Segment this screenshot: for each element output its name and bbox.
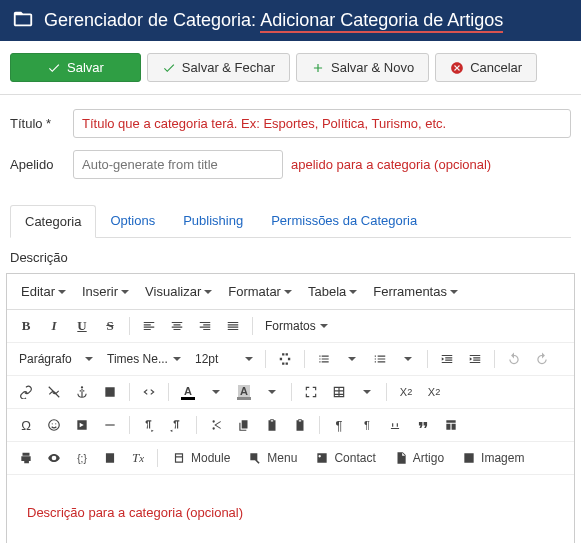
separator	[168, 383, 169, 401]
toolbar-row-2: Parágrafo Times Ne... 12pt	[7, 343, 574, 376]
menu-edit[interactable]: Editar	[15, 280, 72, 303]
caret-icon	[212, 390, 220, 394]
show-invisible-button[interactable]: ¶	[354, 413, 380, 437]
separator	[427, 350, 428, 368]
italic-button[interactable]: I	[41, 314, 67, 338]
insert-menu-button[interactable]: Menu	[240, 446, 305, 470]
bg-color-button[interactable]: A	[231, 380, 257, 404]
form-area: Título * Apelido apelido para a categori…	[0, 95, 581, 201]
menu-tools[interactable]: Ferramentas	[367, 280, 464, 303]
tab-permissions[interactable]: Permissões da Categoria	[257, 205, 431, 237]
indent-button[interactable]	[462, 347, 488, 371]
subscript-button[interactable]: X2	[393, 380, 419, 404]
cancel-button[interactable]: Cancelar	[435, 53, 537, 82]
align-right-button[interactable]	[192, 314, 218, 338]
caret-icon	[363, 390, 371, 394]
find-replace-button[interactable]	[272, 347, 298, 371]
source-code-button[interactable]	[136, 380, 162, 404]
clear-format-button[interactable]: Tx	[125, 446, 151, 470]
align-left-button[interactable]	[136, 314, 162, 338]
text-color-menu[interactable]	[203, 380, 229, 404]
blockquote-button[interactable]	[410, 413, 436, 437]
paste-button[interactable]	[259, 413, 285, 437]
separator	[129, 317, 130, 335]
ltr-button[interactable]	[136, 413, 162, 437]
alias-label: Apelido	[10, 157, 65, 172]
font-select[interactable]: Times Ne...	[101, 349, 187, 369]
bullet-list-button[interactable]	[311, 347, 337, 371]
copy-button[interactable]	[231, 413, 257, 437]
insert-article-button[interactable]: Artigo	[386, 446, 452, 470]
media-button[interactable]	[69, 413, 95, 437]
insert-contact-button[interactable]: Contact	[307, 446, 383, 470]
template-button[interactable]	[438, 413, 464, 437]
separator	[252, 317, 253, 335]
bold-button[interactable]: B	[13, 314, 39, 338]
text-color-button[interactable]: A	[175, 380, 201, 404]
separator	[157, 449, 158, 467]
table-menu[interactable]	[354, 380, 380, 404]
insert-image-button[interactable]: Imagem	[454, 446, 532, 470]
formats-select[interactable]: Formatos	[259, 316, 334, 336]
separator	[494, 350, 495, 368]
emoticon-button[interactable]	[41, 413, 67, 437]
caret-icon	[85, 357, 93, 361]
fullscreen-button[interactable]	[298, 380, 324, 404]
insert-date-button[interactable]	[97, 446, 123, 470]
menu-insert[interactable]: Inserir	[76, 280, 135, 303]
save-button[interactable]: Salvar	[10, 53, 141, 82]
caret-icon	[268, 390, 276, 394]
outdent-button[interactable]	[434, 347, 460, 371]
undo-button[interactable]	[501, 347, 527, 371]
svg-point-0	[49, 420, 60, 431]
cut-button[interactable]	[203, 413, 229, 437]
numbered-list-button[interactable]	[367, 347, 393, 371]
insert-module-button[interactable]: Module	[164, 446, 238, 470]
print-button[interactable]	[13, 446, 39, 470]
alias-input[interactable]	[73, 150, 283, 179]
separator	[196, 416, 197, 434]
align-center-button[interactable]	[164, 314, 190, 338]
separator	[129, 416, 130, 434]
tab-options[interactable]: Options	[96, 205, 169, 237]
rtl-button[interactable]	[164, 413, 190, 437]
special-char-button[interactable]: Ω	[13, 413, 39, 437]
strikethrough-button[interactable]: S	[97, 314, 123, 338]
align-justify-button[interactable]	[220, 314, 246, 338]
codesample-button[interactable]: {;}	[69, 446, 95, 470]
caret-icon	[204, 290, 212, 294]
nbsp-button[interactable]	[382, 413, 408, 437]
superscript-button[interactable]: X2	[421, 380, 447, 404]
save-new-button[interactable]: Salvar & Novo	[296, 53, 429, 82]
separator	[386, 383, 387, 401]
unlink-button[interactable]	[41, 380, 67, 404]
tab-publishing[interactable]: Publishing	[169, 205, 257, 237]
fontsize-select[interactable]: 12pt	[189, 349, 259, 369]
separator	[291, 383, 292, 401]
underline-button[interactable]: U	[69, 314, 95, 338]
caret-icon	[450, 290, 458, 294]
menu-view[interactable]: Visualizar	[139, 280, 218, 303]
caret-icon	[121, 290, 129, 294]
title-input[interactable]	[73, 109, 571, 138]
tab-category[interactable]: Categoria	[10, 205, 96, 238]
redo-button[interactable]	[529, 347, 555, 371]
show-blocks-button[interactable]: ¶	[326, 413, 352, 437]
hr-button[interactable]	[97, 413, 123, 437]
table-button[interactable]	[326, 380, 352, 404]
link-button[interactable]	[13, 380, 39, 404]
bg-color-menu[interactable]	[259, 380, 285, 404]
paragraph-select[interactable]: Parágrafo	[13, 349, 99, 369]
bullet-list-menu[interactable]	[339, 347, 365, 371]
caret-icon	[245, 357, 253, 361]
separator	[265, 350, 266, 368]
menu-format[interactable]: Formatar	[222, 280, 298, 303]
save-close-button[interactable]: Salvar & Fechar	[147, 53, 290, 82]
preview-button[interactable]	[41, 446, 67, 470]
menu-table[interactable]: Tabela	[302, 280, 363, 303]
anchor-button[interactable]	[69, 380, 95, 404]
paste-text-button[interactable]	[287, 413, 313, 437]
numbered-list-menu[interactable]	[395, 347, 421, 371]
editor-content[interactable]: Descrição para a categoria (opcional)	[7, 475, 574, 543]
image-button[interactable]	[97, 380, 123, 404]
